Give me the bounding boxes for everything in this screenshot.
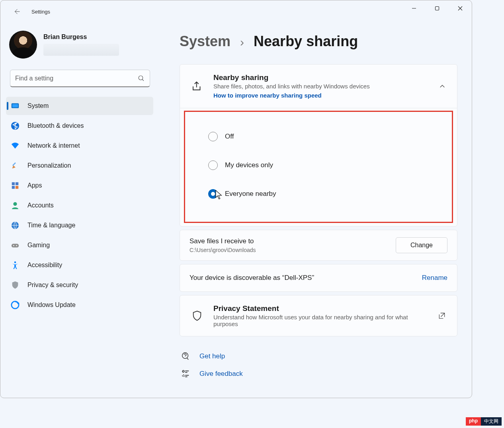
window-controls (402, 0, 472, 16)
svg-rect-0 (436, 7, 439, 10)
svg-rect-12 (12, 244, 19, 247)
help-label: Give feedback (199, 370, 243, 378)
wifi-icon (11, 141, 20, 150)
system-icon (11, 102, 20, 110)
sidebar-item-apps[interactable]: Apps (6, 176, 153, 195)
search-input[interactable] (15, 75, 138, 82)
shield-icon (11, 281, 20, 289)
help-label: Get help (199, 352, 225, 360)
save-files-card: Save files I receive to C:\Users\groov\D… (180, 230, 457, 261)
discoverable-text: Your device is discoverable as “Dell-XPS… (189, 274, 414, 282)
svg-point-19 (182, 375, 184, 377)
sidebar-item-system[interactable]: System (6, 97, 153, 115)
radio-everyone[interactable]: Everyone nearby (208, 180, 452, 208)
sidebar-item-label: Network & internet (27, 142, 80, 149)
breadcrumb: System › Nearby sharing (180, 33, 457, 50)
close-button[interactable] (449, 0, 472, 16)
titlebar: Settings (0, 0, 472, 23)
svg-rect-3 (12, 104, 18, 107)
svg-rect-6 (12, 182, 15, 185)
improve-speed-link[interactable]: How to improve nearby sharing speed (213, 92, 322, 99)
search-icon (138, 75, 145, 82)
personalization-icon (11, 161, 20, 170)
watermark-text: 中文网 (481, 417, 502, 426)
radio-off[interactable]: Off (208, 122, 452, 151)
svg-point-14 (16, 245, 17, 246)
sidebar-item-personalization[interactable]: Personalization (6, 156, 153, 175)
sidebar-item-label: Bluetooth & devices (27, 122, 84, 129)
breadcrumb-parent[interactable]: System (180, 33, 231, 50)
gaming-icon (11, 241, 20, 250)
svg-point-1 (139, 76, 143, 80)
svg-rect-5 (12, 162, 16, 166)
radio-label: Everyone nearby (225, 190, 276, 198)
sidebar-item-accessibility[interactable]: Accessibility (6, 256, 153, 274)
maximize-icon (435, 6, 440, 11)
card-title: Nearby sharing (213, 73, 428, 82)
accounts-icon (11, 201, 20, 210)
nav-list: System Bluetooth & devices Network & int… (6, 97, 153, 314)
svg-rect-9 (16, 186, 18, 189)
apps-icon (11, 181, 20, 190)
radio-label: My devices only (225, 161, 273, 169)
sidebar-item-label: Privacy & security (27, 281, 78, 289)
sidebar-item-windows-update[interactable]: Windows Update (6, 296, 153, 314)
windows-update-icon (11, 301, 20, 309)
give-feedback-link[interactable]: Give feedback (181, 365, 457, 383)
sidebar-item-bluetooth[interactable]: Bluetooth & devices (6, 117, 153, 135)
radio-my-devices[interactable]: My devices only (208, 151, 452, 180)
sidebar-item-label: Accounts (27, 202, 54, 209)
sidebar-item-gaming[interactable]: Gaming (6, 236, 153, 254)
rename-link[interactable]: Rename (422, 274, 447, 282)
radio-icon (208, 132, 218, 141)
sidebar-item-label: Personalization (27, 162, 71, 169)
shield-outline-icon (191, 310, 203, 322)
svg-point-15 (14, 261, 16, 263)
svg-point-10 (13, 202, 17, 206)
close-icon (458, 6, 463, 11)
radio-icon (208, 189, 218, 199)
save-files-path: C:\Users\groov\Downloads (189, 247, 388, 253)
sidebar-item-network[interactable]: Network & internet (6, 137, 153, 155)
chevron-right-icon: › (240, 35, 244, 49)
accessibility-icon (11, 261, 20, 270)
sharing-options-group: Off My devices only Everyone nearby (184, 111, 453, 223)
sidebar-item-accounts[interactable]: Accounts (6, 196, 153, 215)
search-box[interactable] (10, 70, 150, 87)
share-icon (191, 80, 203, 92)
get-help-link[interactable]: Get help (181, 348, 457, 365)
radio-label: Off (225, 133, 234, 141)
maximize-button[interactable] (426, 0, 449, 16)
chevron-up-icon (439, 83, 446, 90)
user-name: Brian Burgess (43, 33, 119, 41)
sidebar-item-label: Accessibility (27, 262, 62, 269)
change-location-button[interactable]: Change (396, 237, 447, 253)
user-account-button[interactable]: Brian Burgess (6, 23, 154, 70)
open-external-icon (438, 312, 446, 320)
sidebar-item-time-language[interactable]: Time & language (6, 216, 153, 235)
page-title: Nearby sharing (254, 33, 358, 50)
svg-rect-7 (16, 182, 18, 185)
card-desc: Share files, photos, and links with near… (213, 83, 428, 90)
minimize-button[interactable] (402, 0, 426, 16)
user-email-redacted (43, 44, 119, 56)
svg-rect-8 (12, 186, 15, 189)
privacy-statement-card[interactable]: Privacy Statement Understand how Microso… (180, 295, 457, 336)
app-title: Settings (31, 9, 50, 15)
sidebar-item-privacy-security[interactable]: Privacy & security (6, 276, 153, 294)
back-arrow-icon (13, 8, 20, 15)
watermark-text: php (466, 417, 481, 426)
nearby-sharing-expander-header[interactable]: Nearby sharing Share files, photos, and … (180, 64, 457, 108)
sidebar-item-label: System (27, 102, 49, 109)
radio-icon (208, 160, 218, 170)
discoverable-card: Your device is discoverable as “Dell-XPS… (180, 264, 457, 292)
feedback-icon (181, 369, 190, 378)
back-button[interactable] (8, 3, 25, 20)
time-language-icon (11, 221, 20, 230)
sidebar-item-label: Time & language (27, 222, 75, 229)
sidebar-item-label: Apps (27, 182, 42, 189)
save-files-title: Save files I receive to (189, 237, 388, 245)
bluetooth-icon (11, 121, 20, 130)
sidebar-item-label: Windows Update (27, 301, 76, 309)
svg-point-18 (182, 370, 184, 372)
